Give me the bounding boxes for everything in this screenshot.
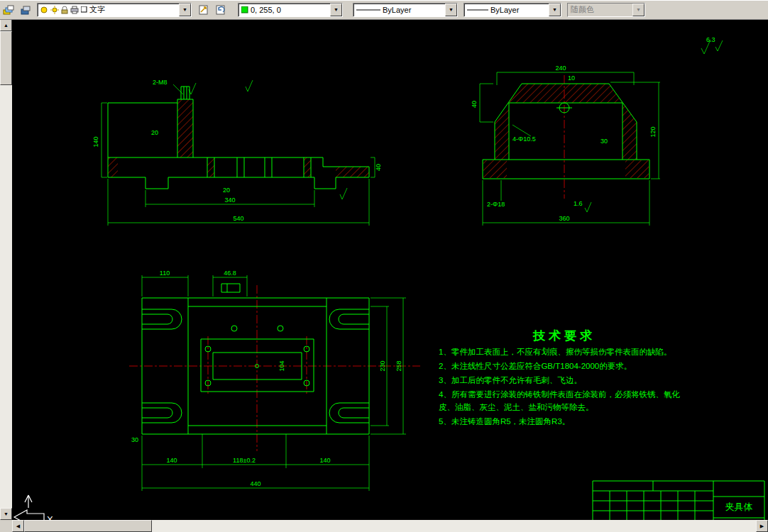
tech-requirement-item: 3、加工后的零件不允许有毛刺、飞边。 bbox=[439, 374, 690, 387]
dim-140b: 140 bbox=[319, 457, 330, 464]
color-combo-field[interactable]: 0, 255, 0 bbox=[238, 4, 330, 16]
layer-properties-manager-button[interactable] bbox=[1, 2, 16, 18]
layer-states-button[interactable] bbox=[18, 2, 33, 18]
lineweight-combo-value: ByLayer bbox=[490, 6, 519, 14]
linetype-combo-field[interactable]: ByLayer bbox=[353, 4, 445, 16]
chevron-down-icon: ▼ bbox=[334, 7, 339, 12]
dim-140: 140 bbox=[92, 136, 99, 147]
dim-118: 118±0.2 bbox=[233, 457, 256, 464]
printer-icon bbox=[70, 6, 79, 14]
plan-view-centerlines bbox=[129, 285, 420, 451]
dim-roughness: 1.6 bbox=[574, 200, 583, 207]
surface-finish-value: 6.3 bbox=[706, 36, 715, 43]
lock-icon bbox=[61, 6, 68, 14]
object-properties-toolbar: 文字 ▼ 0, 255, 0 bbox=[0, 0, 768, 20]
dim-30-side: 30 bbox=[600, 138, 608, 145]
linetype-combo-dropdown-button[interactable]: ▼ bbox=[445, 4, 457, 16]
plan-view: 110 46.8 230 258 30 140 118±0.2 140 440 … bbox=[129, 270, 420, 491]
scrollbar-corner bbox=[0, 520, 12, 532]
tech-requirement-item: 5、未注铸造圆角R5，未注圆角R3。 bbox=[439, 415, 690, 428]
layer-previous-icon bbox=[215, 4, 226, 16]
lineweight-combo-field[interactable]: ByLayer bbox=[464, 4, 549, 16]
sun-icon bbox=[50, 6, 59, 14]
linetype-sample-icon bbox=[356, 8, 380, 12]
technical-requirements: 技术要求 1、零件加工表面上，不应有划痕、擦伤等损伤零件表面的缺陷。 2、未注线… bbox=[439, 328, 690, 428]
front-section-view: 2-M8 20 140 20 340 540 40 bbox=[92, 79, 382, 226]
dim-230: 230 bbox=[379, 360, 386, 371]
part-name: 夹具体 bbox=[725, 501, 753, 512]
dim-120: 120 bbox=[649, 126, 657, 137]
side-section-view: 240 10 40 120 360 4-Φ10.5 30 2-Φ18 1.6 bbox=[471, 65, 660, 226]
front-view-geometry bbox=[108, 87, 369, 189]
color-combo: 0, 255, 0 ▼ bbox=[238, 3, 343, 17]
scroll-right-icon: ▶ bbox=[760, 523, 764, 529]
tech-requirement-item: 2、未注线性尺寸公差应符合GB/T1804-2000的要求。 bbox=[439, 360, 690, 372]
dim-20-slot: 20 bbox=[223, 187, 230, 194]
plotstyle-combo-dropdown-button: ▼ bbox=[632, 4, 644, 16]
scroll-left-button[interactable]: ◀ bbox=[12, 520, 24, 532]
drawing-canvas[interactable]: 2-M8 20 140 20 340 540 40 bbox=[0, 0, 768, 532]
linetype-combo-value: ByLayer bbox=[383, 6, 411, 14]
autocad-window: 2-M8 20 140 20 340 540 40 bbox=[0, 0, 768, 532]
horizontal-scroll-thumb[interactable] bbox=[24, 520, 152, 532]
dim-340: 340 bbox=[224, 196, 235, 204]
dim-20-wall: 20 bbox=[151, 129, 158, 136]
plotstyle-combo: 随颜色 ▼ bbox=[567, 3, 645, 17]
scroll-right-button[interactable]: ▶ bbox=[756, 520, 768, 532]
dim-thread: 2-M8 bbox=[153, 79, 168, 86]
dim-holes-bottom: 2-Φ18 bbox=[487, 201, 505, 208]
front-view-dimension-lines bbox=[102, 80, 375, 226]
layer-properties-manager-icon bbox=[3, 4, 14, 16]
dim-30-plan: 30 bbox=[131, 436, 138, 443]
layer-combo-value: 文字 bbox=[89, 4, 105, 15]
plan-view-geometry bbox=[142, 284, 369, 434]
layer-previous-button[interactable] bbox=[213, 2, 229, 18]
plan-view-dimension-lines bbox=[142, 275, 406, 491]
horizontal-scrollbar[interactable]: ◀ ▶ bbox=[0, 520, 768, 532]
scroll-up-button[interactable]: ▲ bbox=[0, 19, 12, 31]
scroll-left-icon: ◀ bbox=[16, 523, 20, 529]
dim-104: 104 bbox=[278, 360, 285, 371]
dim-40-side: 40 bbox=[471, 101, 478, 108]
bulb-icon bbox=[40, 6, 48, 14]
dim-holes-top: 4-Φ10.5 bbox=[512, 135, 536, 143]
dim-540: 540 bbox=[233, 215, 243, 222]
linetype-combo: ByLayer ▼ bbox=[353, 3, 458, 17]
dim-10: 10 bbox=[568, 74, 575, 82]
lineweight-combo-dropdown-button[interactable]: ▼ bbox=[549, 4, 561, 16]
dim-46-8: 46.8 bbox=[224, 270, 236, 277]
plotstyle-combo-field: 随颜色 bbox=[568, 4, 632, 16]
make-object-layer-current-button[interactable] bbox=[196, 2, 212, 18]
layer-color-swatch bbox=[81, 6, 87, 13]
scroll-up-icon: ▲ bbox=[4, 23, 9, 28]
scroll-down-icon: ▼ bbox=[4, 511, 9, 516]
dim-360: 360 bbox=[559, 215, 569, 222]
lineweight-sample-icon bbox=[467, 8, 488, 12]
drawing-svg: 2-M8 20 140 20 340 540 40 bbox=[0, 0, 768, 532]
chevron-down-icon: ▼ bbox=[182, 7, 187, 12]
layer-states-icon bbox=[20, 4, 31, 16]
lineweight-combo: ByLayer ▼ bbox=[463, 3, 561, 17]
color-swatch-green bbox=[241, 6, 248, 13]
chevron-down-icon: ▼ bbox=[552, 7, 557, 12]
vertical-scrollbar[interactable]: ▲ ▼ bbox=[0, 19, 12, 520]
layer-combo-field[interactable]: 文字 bbox=[38, 4, 179, 16]
tech-requirement-item: 4、所有需要进行涂装的铸铁制件表面在涂装前，必须将铁锈、氧化皮、油脂、灰尘、泥土… bbox=[439, 388, 690, 414]
dim-140a: 140 bbox=[166, 457, 177, 464]
color-combo-dropdown-button[interactable]: ▼ bbox=[330, 4, 342, 16]
dim-240: 240 bbox=[555, 65, 566, 72]
scroll-down-button[interactable]: ▼ bbox=[0, 508, 12, 520]
layer-combo: 文字 ▼ bbox=[37, 3, 192, 17]
dim-110: 110 bbox=[160, 270, 170, 277]
dim-40: 40 bbox=[375, 164, 382, 171]
technical-requirements-title: 技术要求 bbox=[439, 328, 690, 344]
chevron-down-icon: ▼ bbox=[449, 7, 454, 12]
vertical-scroll-thumb[interactable] bbox=[0, 31, 12, 85]
layer-combo-dropdown-button[interactable]: ▼ bbox=[179, 4, 191, 16]
dim-258: 258 bbox=[395, 360, 402, 371]
chevron-down-icon: ▼ bbox=[636, 7, 641, 12]
tech-requirement-item: 1、零件加工表面上，不应有划痕、擦伤等损伤零件表面的缺陷。 bbox=[439, 345, 690, 358]
plotstyle-combo-value: 随颜色 bbox=[571, 4, 594, 15]
make-object-layer-current-icon bbox=[198, 4, 209, 16]
dim-440: 440 bbox=[250, 480, 260, 487]
